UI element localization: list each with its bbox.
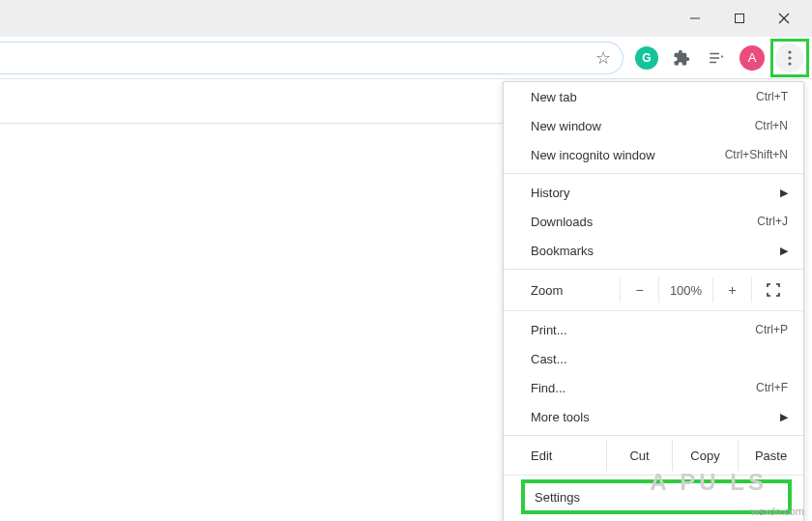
profile-avatar[interactable]: A bbox=[740, 45, 765, 71]
menu-shortcut: Ctrl+F bbox=[710, 381, 788, 394]
edit-paste-button[interactable]: Paste bbox=[738, 440, 803, 471]
menu-new-incognito[interactable]: New incognito window Ctrl+Shift+N bbox=[504, 140, 803, 169]
menu-label: Downloads bbox=[531, 215, 710, 229]
menu-label: New window bbox=[531, 119, 710, 133]
menu-label: History bbox=[531, 186, 778, 200]
zoom-in-button[interactable]: + bbox=[712, 277, 751, 303]
menu-separator bbox=[504, 435, 803, 436]
source-watermark: wsxdn.com bbox=[751, 506, 804, 517]
menu-label: New tab bbox=[531, 90, 710, 104]
window-titlebar bbox=[0, 0, 812, 37]
menu-shortcut: Ctrl+J bbox=[710, 215, 788, 228]
fullscreen-button[interactable] bbox=[751, 277, 794, 303]
menu-label: Print... bbox=[531, 323, 710, 337]
edit-cut-button[interactable]: Cut bbox=[606, 440, 672, 471]
menu-label: Bookmarks bbox=[531, 244, 778, 258]
menu-separator bbox=[504, 269, 803, 270]
maximize-button[interactable] bbox=[717, 3, 762, 34]
bookmark-star-icon[interactable]: ☆ bbox=[595, 47, 611, 69]
zoom-out-button[interactable]: − bbox=[620, 277, 658, 303]
chevron-right-icon: ▶ bbox=[778, 245, 788, 257]
menu-more-tools[interactable]: More tools ▶ bbox=[504, 402, 803, 431]
menu-edit-row: Edit Cut Copy Paste bbox=[504, 440, 803, 471]
menu-find[interactable]: Find... Ctrl+F bbox=[504, 373, 803, 402]
menu-new-tab[interactable]: New tab Ctrl+T bbox=[504, 82, 803, 111]
svg-rect-1 bbox=[736, 14, 744, 23]
kebab-highlight bbox=[770, 39, 809, 77]
menu-shortcut: Ctrl+Shift+N bbox=[710, 148, 788, 161]
address-bar[interactable]: ☆ bbox=[0, 42, 624, 74]
chrome-main-menu: New tab Ctrl+T New window Ctrl+N New inc… bbox=[503, 81, 804, 521]
menu-shortcut: Ctrl+P bbox=[710, 323, 788, 336]
zoom-value: 100% bbox=[658, 277, 712, 303]
svg-point-6 bbox=[788, 62, 791, 65]
svg-point-5 bbox=[788, 56, 791, 59]
menu-label: Cast... bbox=[531, 352, 788, 366]
edit-copy-button[interactable]: Copy bbox=[672, 440, 738, 471]
menu-separator bbox=[504, 310, 803, 311]
menu-separator bbox=[504, 173, 803, 174]
menu-new-window[interactable]: New window Ctrl+N bbox=[504, 111, 803, 140]
menu-shortcut: Ctrl+N bbox=[710, 119, 788, 132]
reading-list-icon[interactable] bbox=[703, 44, 730, 72]
menu-zoom-row: Zoom − 100% + bbox=[504, 274, 803, 306]
grammarly-extension-icon[interactable]: G bbox=[633, 44, 660, 72]
minimize-button[interactable] bbox=[673, 3, 717, 34]
menu-shortcut: Ctrl+T bbox=[710, 90, 788, 103]
background-watermark-text: A PU LS bbox=[650, 469, 768, 496]
extensions-puzzle-icon[interactable] bbox=[668, 44, 695, 72]
close-button[interactable] bbox=[762, 3, 806, 34]
browser-toolbar: ☆ G A bbox=[0, 37, 812, 79]
content-divider bbox=[0, 123, 503, 124]
kebab-menu-button[interactable] bbox=[775, 43, 804, 72]
menu-bookmarks[interactable]: Bookmarks ▶ bbox=[504, 236, 803, 265]
menu-downloads[interactable]: Downloads Ctrl+J bbox=[504, 207, 803, 236]
menu-print[interactable]: Print... Ctrl+P bbox=[504, 315, 803, 344]
zoom-label: Zoom bbox=[531, 283, 620, 298]
menu-history[interactable]: History ▶ bbox=[504, 178, 803, 207]
menu-cast[interactable]: Cast... bbox=[504, 344, 803, 373]
edit-label: Edit bbox=[531, 449, 606, 463]
menu-label: New incognito window bbox=[531, 148, 710, 162]
menu-label: Find... bbox=[531, 381, 710, 395]
chevron-right-icon: ▶ bbox=[778, 411, 788, 423]
svg-point-4 bbox=[788, 50, 791, 53]
chevron-right-icon: ▶ bbox=[778, 187, 788, 199]
menu-label: More tools bbox=[531, 410, 778, 424]
